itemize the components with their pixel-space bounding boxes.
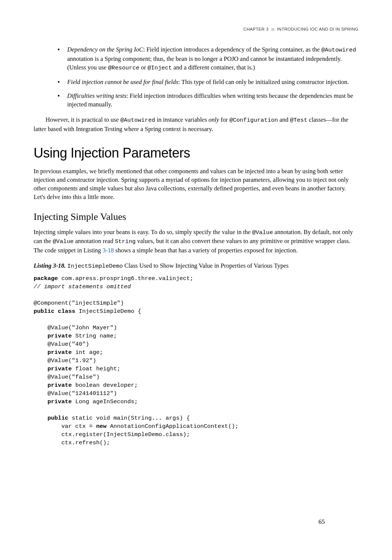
bullet-text: : This type of field can only be initial… [178, 78, 349, 85]
code-block: package com.apress.prospring6.three.vali… [34, 274, 358, 447]
inline-code: String [115, 238, 136, 245]
code-text: InjectSimpleDemo { [75, 308, 141, 315]
listing-caption: Listing 3-18. InjectSimpleDemo Class Use… [34, 261, 358, 271]
inline-code: @Test [290, 117, 308, 124]
code-text: @Value("40") [34, 341, 89, 348]
chapter-prefix: CHAPTER 3 [243, 27, 268, 31]
list-item: Difficulties writing tests: Field inject… [56, 91, 358, 109]
bullet-term: Dependency on the Spring IoC [67, 46, 143, 53]
code-text: int age; [72, 349, 103, 356]
inline-code: @Value [252, 229, 273, 236]
bullet-text: or [139, 64, 147, 71]
bullet-term: Difficulties writing tests [67, 92, 127, 99]
listing-link[interactable]: 3-18 [103, 247, 114, 254]
code-comment: // import statements omitted [34, 283, 131, 290]
code-text: @Value("1.92") [34, 357, 96, 364]
text: in instance variables [155, 116, 209, 123]
code-keyword: private [34, 398, 72, 405]
page-header: CHAPTER 3 INTRODUCING IOC AND DI IN SPRI… [34, 26, 358, 32]
code-text: ctx.refresh(); [34, 439, 110, 446]
code-text: @Value("false") [34, 374, 100, 380]
inline-code: @Value [53, 238, 74, 245]
inline-code: @Configuration [229, 117, 278, 124]
italic-text: only [208, 116, 219, 123]
code-text: float height; [72, 365, 120, 372]
text: However, it is practical to use [46, 116, 120, 123]
code-keyword: private [34, 349, 72, 356]
code-text: var ctx = [34, 423, 96, 430]
code-text: AnnotationConfigApplicationContext(); [106, 423, 238, 430]
inline-code: @Resource [108, 65, 140, 71]
code-keyword: package [34, 275, 58, 282]
section-heading: Using Injection Parameters [34, 144, 358, 162]
header-divider-icon [271, 28, 274, 31]
code-text: ctx.register(InjectSimpleDemo.class); [34, 431, 190, 438]
listing-class-name: InjectSimpleDemo [67, 263, 123, 270]
subsection-heading: Injecting Simple Values [34, 210, 358, 224]
text: for [219, 116, 230, 123]
page-number: 65 [318, 517, 325, 526]
code-text: @Value("John Mayer") [34, 324, 117, 331]
bullet-text: and a different container, that is.) [172, 64, 255, 71]
inline-code: @Autowired [120, 117, 155, 124]
inline-code: @Inject [147, 65, 172, 71]
text: Injecting simple values into your beans … [34, 228, 252, 236]
code-text: static void main(String [68, 415, 152, 421]
paragraph: Injecting simple values into your beans … [34, 228, 358, 255]
text: annotation read [74, 237, 115, 245]
paragraph: In previous examples, we briefly mention… [34, 167, 358, 201]
paragraph: However, it is practical to use @Autowir… [34, 115, 358, 133]
list-item: Field injection cannot be used for final… [56, 78, 358, 86]
code-text: args) { [162, 415, 190, 421]
code-keyword: public class [34, 308, 75, 315]
code-keyword: private [34, 365, 72, 372]
text: shows a simple bean that has a variety o… [114, 247, 298, 254]
code-text: @Value("1241401112") [34, 390, 117, 397]
code-text: String name; [72, 333, 117, 339]
text: and [278, 116, 290, 123]
code-text: @Component("injectSimple") [34, 300, 124, 307]
bullet-text: : Field injection introduces a dependenc… [143, 46, 321, 53]
code-text: boolean developer; [72, 382, 138, 389]
code-keyword: private [34, 333, 72, 339]
bullet-term: Field injection cannot be used for final… [67, 78, 178, 85]
code-keyword: new [96, 423, 106, 430]
listing-label: Listing 3-18. [34, 262, 66, 269]
list-item: Dependency on the Spring IoC: Field inje… [56, 45, 358, 72]
code-text: com.apress.prospring6.three.valinject; [58, 275, 193, 282]
chapter-title: INTRODUCING IOC AND DI IN SPRING [277, 27, 358, 31]
code-keyword: private [34, 382, 72, 389]
code-keyword: ... [152, 415, 162, 421]
bullet-list: Dependency on the Spring IoC: Field inje… [56, 45, 358, 109]
inline-code: @Autowired [321, 47, 356, 53]
code-keyword: public [34, 415, 68, 421]
code-text: Long ageInSeconds; [72, 398, 138, 405]
listing-caption-text: Class Used to Show Injecting Value in Pr… [123, 262, 289, 269]
